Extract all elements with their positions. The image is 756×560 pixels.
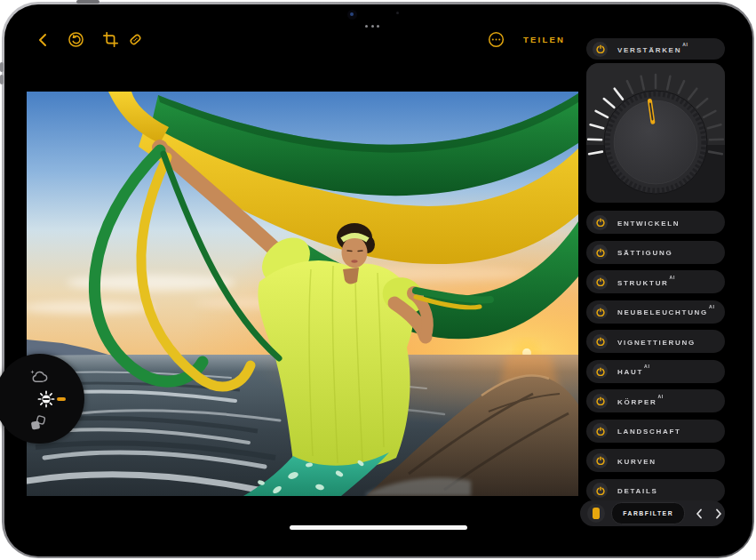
power-icon[interactable] (593, 423, 608, 438)
share-button[interactable]: TEILEN (513, 35, 565, 44)
adjustment-row-vignettierung[interactable]: VIGNETTIERUNG (586, 330, 725, 353)
adjustment-list: ENTWICKELN SÄTTIGUNG STRUKTURAI NEUBELEU… (586, 211, 725, 502)
volume-down-button (0, 75, 4, 84)
ipad-device: TEILEN (0, 0, 756, 560)
adjustment-row-saettigung[interactable]: SÄTTIGUNG (586, 241, 725, 264)
enhance-header[interactable]: VERSTÄRKENAI (586, 38, 725, 60)
photo-canvas[interactable] (27, 92, 578, 496)
multitask-menu-icon[interactable] (365, 25, 379, 28)
more-icon[interactable] (488, 31, 505, 48)
photo-art (27, 92, 578, 496)
adjustment-row-entwickeln[interactable]: ENTWICKELN (586, 211, 725, 234)
power-button (76, 0, 99, 4)
adjustment-row-haut[interactable]: HAUTAI (586, 360, 725, 383)
home-indicator[interactable] (290, 525, 467, 530)
power-icon[interactable] (593, 42, 608, 57)
ml-enhance-cloud-icon[interactable] (29, 369, 49, 388)
power-icon[interactable] (593, 244, 608, 260)
power-icon[interactable] (593, 394, 608, 409)
power-icon[interactable] (593, 275, 608, 290)
adjustment-row-kurven[interactable]: KURVEN (586, 449, 725, 472)
volume-up-button (0, 62, 4, 72)
adjustment-row-landschaft[interactable]: LANDSCHAFT (586, 420, 725, 443)
repair-icon[interactable] (128, 32, 143, 47)
adjustment-row-neubeleuchtung[interactable]: NEUBELEUCHTUNGAI (586, 300, 725, 324)
front-camera (347, 10, 357, 20)
power-icon[interactable] (593, 215, 608, 230)
wheel-selection-tick (57, 397, 66, 401)
brightness-sun-icon[interactable] (36, 389, 56, 412)
power-icon[interactable] (593, 304, 608, 319)
enhance-label: VERSTÄRKENAI (617, 44, 688, 54)
adjustment-row-details[interactable]: DETAILS (586, 479, 725, 502)
power-icon[interactable] (593, 483, 608, 498)
power-icon[interactable] (593, 453, 608, 468)
farbfilter-button[interactable]: FARBFILTER (611, 502, 686, 524)
prev-filter-button[interactable] (693, 507, 704, 521)
adjustment-row-struktur[interactable]: STRUKTURAI (586, 270, 725, 293)
power-icon[interactable] (593, 364, 608, 379)
color-filter-icon[interactable] (587, 504, 605, 523)
back-icon[interactable] (36, 33, 49, 47)
adjustment-row-koerper[interactable]: KÖRPERAI (586, 389, 725, 412)
enhance-dial-knob[interactable] (604, 91, 707, 194)
color-swatches-icon[interactable] (29, 414, 47, 436)
light-sensor (396, 12, 399, 14)
undo-icon[interactable] (68, 31, 84, 48)
filter-footer-bar: FARBFILTER (580, 500, 725, 526)
enhance-dial-panel[interactable] (586, 63, 725, 203)
next-filter-button[interactable] (713, 507, 725, 521)
power-icon[interactable] (593, 334, 608, 349)
crop-icon[interactable] (103, 32, 118, 47)
